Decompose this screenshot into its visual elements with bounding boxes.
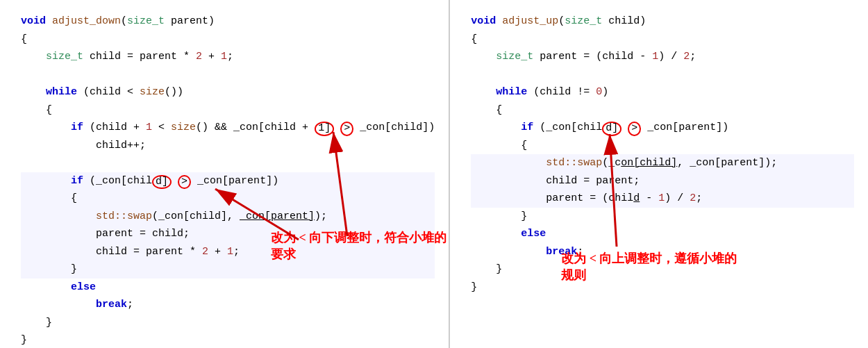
r-code-line-9: std::swap(_con[child], _con[parent]); [471, 154, 854, 172]
r-circle-2: > [628, 122, 641, 136]
code-line-11: { [21, 190, 435, 208]
r-code-line-11: parent = (child - 1) / 2; [471, 190, 854, 208]
circle-1: 1] [315, 122, 334, 136]
code-line-3: size_t child = parent * 2 + 1; [21, 48, 435, 66]
r-code-line-8: { [471, 137, 854, 155]
code-line-5: while (child < size()) [21, 83, 435, 101]
r-code-line-6: { [471, 101, 854, 119]
r-code-line-3: size_t parent = (child - 1) / 2; [471, 48, 854, 66]
right-annotation: 改为 < 向上调整时，遵循小堆的 规则 [561, 250, 737, 283]
r-code-line-4 [471, 66, 854, 84]
left-annotation: 改为 < 向下调整时，符合小堆的要求 [271, 229, 449, 263]
right-annotation-line2: 规则 [561, 267, 737, 283]
code-line-15: } [21, 260, 435, 279]
right-annotation-line1: 改为 < 向上调整时，遵循小堆的 [561, 250, 737, 267]
circle-4: > [178, 175, 191, 190]
code-line-18: } [21, 314, 435, 332]
code-line-4 [21, 66, 435, 84]
r-code-line-7: if (_con[child] > _con[parent]) [471, 119, 854, 137]
code-line-19: } [21, 331, 435, 348]
code-line-16: else [21, 279, 435, 297]
r-code-line-1: void adjust_up(size_t child) [471, 13, 854, 31]
circle-3: d] [152, 175, 172, 190]
code-line-7: if (child + 1 < size() && _con[child + 1… [21, 119, 435, 137]
code-line-17: break; [21, 296, 435, 314]
r-code-line-5: while (child != 0) [471, 83, 854, 101]
r-code-line-2: { [471, 31, 854, 49]
r-code-line-13: else [471, 225, 854, 243]
code-line-2: { [21, 31, 435, 49]
circle-2: > [340, 122, 353, 136]
code-line-10: if (_con[child] > _con[parent]) [21, 172, 435, 190]
code-line-9 [21, 154, 435, 172]
main-container: void adjust_down(size_t parent) { size_t… [0, 0, 868, 348]
right-panel: void adjust_up(size_t child) { size_t pa… [450, 0, 868, 348]
code-line-8: child++; [21, 137, 435, 155]
r-code-line-12: } [471, 208, 854, 226]
r-circle-1: d] [602, 122, 621, 136]
code-line-12: std::swap(_con[child], _con[parent]); [21, 208, 435, 226]
code-line-1: void adjust_down(size_t parent) [21, 13, 435, 31]
code-line-6: { [21, 101, 435, 119]
r-code-line-10: child = parent; [471, 172, 854, 190]
left-panel: void adjust_down(size_t parent) { size_t… [0, 0, 449, 348]
